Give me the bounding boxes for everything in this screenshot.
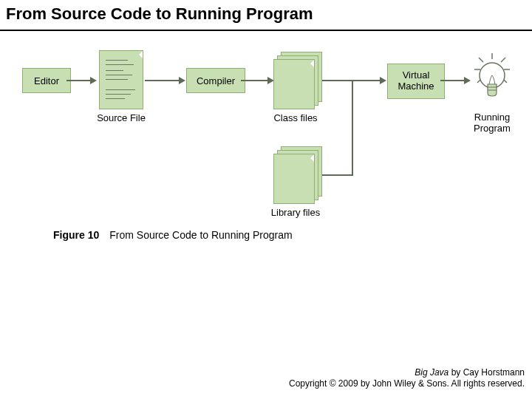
node-compiler-label: Compiler: [197, 75, 235, 86]
running-program-label: Running Program: [463, 112, 522, 134]
arrowhead-editor-source: [90, 77, 97, 84]
conn-join-v: [352, 80, 353, 176]
figure-caption-prefix: Figure 10: [53, 229, 99, 241]
conn-to-vm: [352, 80, 381, 81]
arrow-source-compiler: [145, 80, 180, 81]
footer: Big Java by Cay Horstmann Copyright © 20…: [289, 367, 525, 390]
footer-book-title: Big Java: [415, 367, 449, 378]
node-virtual-machine-label: Virtual Machine: [398, 70, 434, 92]
footer-line2: Copyright © 2009 by John Wiley & Sons. A…: [289, 378, 525, 390]
source-file-label: Source File: [92, 112, 151, 123]
footer-line1: Big Java by Cay Horstmann: [289, 367, 525, 379]
arrowhead-to-vm: [380, 77, 386, 84]
title-rule: [0, 30, 532, 31]
figure-caption: Figure 10From Source Code to Running Pro…: [53, 229, 293, 241]
slide-title: From Source Code to Running Program: [6, 4, 313, 24]
slide: From Source Code to Running Program Edit…: [0, 0, 532, 399]
library-files-label: Library files: [262, 207, 330, 218]
arrowhead-source-compiler: [179, 77, 185, 84]
node-editor-label: Editor: [34, 75, 59, 86]
flow-diagram: Editor Source File Compiler: [0, 44, 532, 236]
conn-lib-h: [322, 174, 352, 176]
node-virtual-machine: Virtual Machine: [387, 64, 445, 99]
lightbulb-icon: [470, 52, 514, 108]
svg-line-2: [501, 58, 505, 62]
arrow-editor-source: [66, 80, 92, 81]
source-file-icon: [99, 50, 143, 109]
footer-author: by Cay Horstmann: [449, 367, 525, 378]
node-compiler: Compiler: [186, 68, 245, 93]
figure-caption-text: From Source Code to Running Program: [109, 229, 292, 241]
arrow-vm-run: [440, 80, 466, 81]
class-file-front: [273, 59, 315, 109]
class-files-label: Class files: [265, 112, 327, 123]
arrow-compiler-class: [241, 80, 269, 81]
svg-line-1: [479, 58, 483, 62]
library-file-front: [273, 154, 315, 204]
node-editor: Editor: [22, 68, 71, 93]
conn-class-h: [322, 80, 352, 81]
